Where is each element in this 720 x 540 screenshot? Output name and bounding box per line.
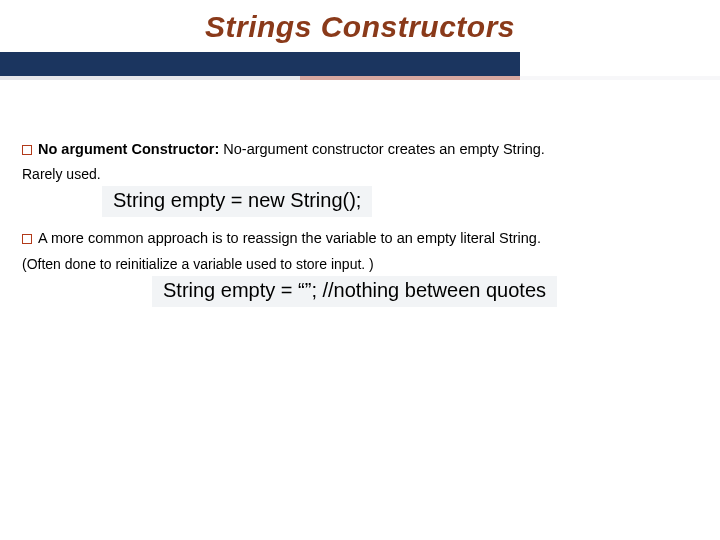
note-reinitialize: (Often done to reinitialize a variable u…	[22, 256, 698, 272]
divider-group	[0, 52, 720, 80]
code-block-2-wrap: String empty = “”; //nothing between quo…	[152, 274, 698, 307]
slide-title: Strings Constructors	[0, 10, 720, 44]
bullet-common-approach: A more common approach is to reassign th…	[22, 227, 698, 249]
note-rarely-used: Rarely used.	[22, 166, 698, 182]
code-block-1-wrap: String empty = new String();	[102, 184, 698, 217]
bullet-no-arg: No argument Constructor: No-argument con…	[22, 138, 698, 160]
divider-bar	[0, 52, 520, 76]
content-area: No argument Constructor: No-argument con…	[0, 138, 720, 307]
bullet-label: No argument Constructor:	[38, 141, 219, 157]
square-bullet-icon	[22, 234, 32, 244]
code-block-1: String empty = new String();	[102, 186, 372, 217]
slide: Strings Constructors No argument Constru…	[0, 0, 720, 540]
title-area: Strings Constructors	[0, 0, 720, 80]
bullet-text: No-argument constructor creates an empty…	[219, 141, 545, 157]
code-block-2: String empty = “”; //nothing between quo…	[152, 276, 557, 307]
divider-accent	[0, 76, 720, 80]
bullet-text-2: A more common approach is to reassign th…	[38, 230, 541, 246]
square-bullet-icon	[22, 145, 32, 155]
